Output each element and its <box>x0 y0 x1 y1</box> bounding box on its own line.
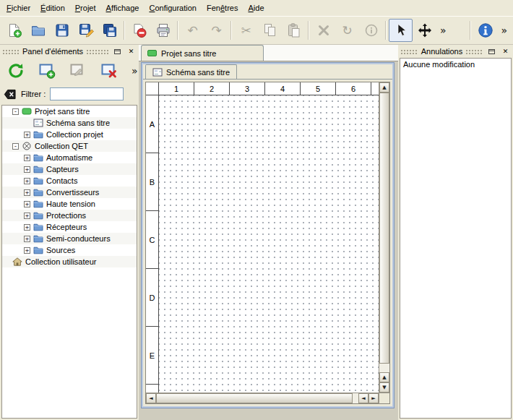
select-tool-button[interactable] <box>389 19 413 42</box>
expander-icon[interactable]: + <box>24 213 30 219</box>
menu-fichier[interactable]: Fichier <box>1 0 35 16</box>
close-icon: ✕ <box>503 48 509 55</box>
filter-input[interactable] <box>50 87 124 100</box>
save-as-icon <box>78 22 94 38</box>
tree-item-protections[interactable]: +Protections <box>2 210 137 221</box>
delete-button[interactable] <box>311 19 335 42</box>
menu-projet[interactable]: Projet <box>70 0 101 16</box>
horizontal-scroll-thumb[interactable] <box>156 393 353 403</box>
scroll-down-button[interactable]: ▼ <box>379 382 389 393</box>
row-header: A <box>146 95 158 153</box>
dock-grip-handle[interactable] <box>465 48 483 54</box>
about-button[interactable] <box>473 19 497 42</box>
info-blue-icon <box>478 22 493 38</box>
tree-item-sources[interactable]: +Sources <box>2 244 137 256</box>
expander-icon[interactable]: + <box>24 166 30 173</box>
scroll-up-button[interactable]: ▲ <box>379 82 389 93</box>
copy-button[interactable] <box>258 19 282 42</box>
folder-icon <box>33 234 43 243</box>
expander-icon[interactable]: + <box>24 189 30 196</box>
elements-toolbar: » <box>0 57 139 83</box>
delete-element-button[interactable] <box>97 60 121 82</box>
close-panel-button[interactable]: ✕ <box>500 47 511 56</box>
save-all-button[interactable] <box>98 19 121 42</box>
rotate-button[interactable]: ↻ <box>335 19 359 42</box>
cut-button[interactable]: ✂ <box>234 19 258 42</box>
scroll-right-button[interactable]: ► <box>368 393 379 403</box>
ruler-corner <box>146 82 159 95</box>
menu-edition[interactable]: Édition <box>35 0 70 16</box>
expander-icon[interactable]: - <box>12 108 19 115</box>
tree-item-contacts[interactable]: +Contacts <box>2 175 137 187</box>
tree-item-collection-qet[interactable]: -Collection QET <box>2 140 137 152</box>
tab-projet-sans-titre[interactable]: Projet sans titre <box>141 45 264 61</box>
tree-item-haute-tension[interactable]: +Haute tension <box>2 198 137 210</box>
tree-item-automatisme[interactable]: +Automatisme <box>2 152 137 163</box>
expander-icon[interactable]: + <box>24 224 30 231</box>
menu-configuration[interactable]: Configuration <box>144 0 202 16</box>
filter-row: Filtrer : <box>0 83 139 104</box>
folder-icon <box>33 165 43 173</box>
close-file-button[interactable] <box>127 19 151 42</box>
mdi-area: Projet sans titre Schéma sans titre <box>139 45 398 420</box>
expander-icon[interactable]: + <box>24 155 30 161</box>
tree-item-schema[interactable]: Schéma sans titre <box>2 117 137 129</box>
scroll-left-button-2[interactable]: ◄ <box>358 393 368 403</box>
menu-aide[interactable]: Aide <box>243 0 269 16</box>
collections-tree: -Projet sans titre Schéma sans titre +Co… <box>1 105 137 419</box>
toolbar-overflow-chevron-right[interactable]: » <box>497 25 511 35</box>
tab-schema-sans-titre[interactable]: Schéma sans titre <box>145 64 237 79</box>
scroll-left-button[interactable]: ◄ <box>146 393 156 403</box>
edit-element-button[interactable] <box>66 60 90 82</box>
undo-button[interactable]: ↶ <box>181 19 204 42</box>
print-button[interactable] <box>151 19 175 42</box>
column-header: 4 <box>265 82 301 95</box>
expander-icon[interactable]: + <box>24 247 30 254</box>
move-tool-button[interactable] <box>413 19 436 42</box>
redo-button[interactable]: ↷ <box>204 19 228 42</box>
tree-item-convertisseurs[interactable]: +Convertisseurs <box>2 187 137 198</box>
dock-grip-handle[interactable] <box>86 48 109 54</box>
expander-icon[interactable]: - <box>12 143 19 150</box>
open-folder-icon <box>30 22 46 38</box>
close-panel-button[interactable]: ✕ <box>126 47 137 56</box>
tree-item-recepteurs[interactable]: +Récepteurs <box>2 221 137 233</box>
new-file-button[interactable] <box>2 19 26 42</box>
toolbar-separator <box>470 21 471 40</box>
paste-button[interactable] <box>282 19 306 42</box>
element-info-button[interactable] <box>359 19 383 42</box>
horizontal-scroll-track[interactable] <box>156 393 358 403</box>
undo-list-item[interactable]: Aucune modification <box>400 59 511 70</box>
tree-item-collection-utilisateur[interactable]: Collection utilisateur <box>2 256 137 267</box>
float-panel-button[interactable] <box>486 47 497 56</box>
save-button[interactable] <box>50 19 74 42</box>
menu-fenetres[interactable]: Fenêtres <box>202 0 243 16</box>
expander-icon[interactable]: + <box>24 132 30 138</box>
folder-icon <box>33 188 43 197</box>
dock-grip-handle[interactable] <box>2 48 20 54</box>
float-panel-button[interactable] <box>112 47 123 56</box>
tree-item-capteurs[interactable]: +Capteurs <box>2 163 137 175</box>
toolbar-overflow-chevron[interactable]: » <box>436 25 450 35</box>
scroll-up-button-2[interactable]: ▲ <box>379 372 389 382</box>
tree-item-projet[interactable]: -Projet sans titre <box>2 106 137 117</box>
vertical-scroll-thumb[interactable] <box>379 93 389 364</box>
open-file-button[interactable] <box>26 19 50 42</box>
expander-icon[interactable]: + <box>24 178 30 184</box>
drawing-canvas[interactable] <box>159 95 379 393</box>
dock-grip-handle[interactable] <box>400 48 418 54</box>
clear-filter-button[interactable] <box>4 89 17 100</box>
vertical-scroll-track[interactable] <box>379 93 389 372</box>
menu-affichage[interactable]: Affichage <box>101 0 145 16</box>
tree-item-semi-conducteurs[interactable]: +Semi-conducteurs <box>2 233 137 244</box>
reload-collections-button[interactable] <box>4 60 28 82</box>
save-as-button[interactable] <box>74 19 98 42</box>
expander-icon[interactable]: + <box>24 201 30 207</box>
vertical-scrollbar[interactable]: ▲ ▲ ▼ <box>379 82 389 393</box>
row-header: B <box>146 153 158 211</box>
expander-icon[interactable]: + <box>24 236 30 242</box>
tree-item-collection-projet[interactable]: +Collection projet <box>2 129 137 140</box>
new-element-button[interactable] <box>35 60 59 82</box>
horizontal-scrollbar[interactable]: ◄ ◄ ► <box>146 393 379 403</box>
row-ruler: A B C D E <box>146 95 159 393</box>
